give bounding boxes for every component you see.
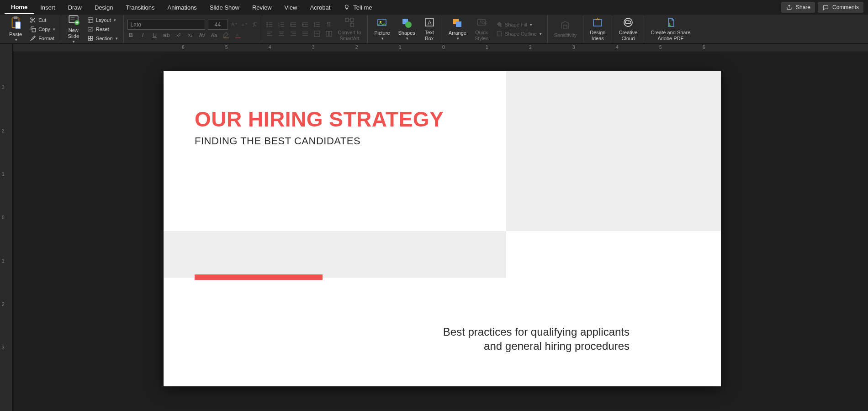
section-button[interactable]: Section ▾	[85, 34, 120, 42]
quick-styles-label: Quick Styles	[475, 30, 488, 41]
picture-button[interactable]: Picture ▾	[371, 16, 392, 42]
tab-view[interactable]: View	[278, 1, 304, 14]
quick-styles-button[interactable]: Abc Quick Styles	[472, 16, 491, 42]
textbox-button[interactable]: A Text Box	[421, 16, 438, 42]
slide-canvas[interactable]: OUR HIRING STRATEGY FINDING THE BEST CAN…	[164, 71, 721, 386]
align-vertical-icon[interactable]	[313, 30, 321, 37]
paste-button[interactable]: Paste ▾	[6, 15, 25, 43]
tab-insert[interactable]: Insert	[34, 1, 62, 14]
reset-button[interactable]: Reset	[85, 25, 120, 33]
bold-icon[interactable]: B	[127, 32, 135, 39]
tab-home[interactable]: Home	[5, 1, 34, 14]
shape-fill-button[interactable]: Shape Fill ▾	[494, 21, 544, 29]
share-button[interactable]: Share	[781, 2, 815, 13]
tell-me-search[interactable]: Tell me	[337, 1, 378, 14]
chevron-down-icon: ▾	[406, 37, 408, 41]
tab-transitions[interactable]: Transitions	[119, 1, 161, 14]
design-ideas-button[interactable]: Design Ideas	[587, 16, 608, 42]
editor-viewport[interactable]: OUR HIRING STRATEGY FINDING THE BEST CAN…	[13, 52, 868, 411]
cut-button[interactable]: Cut	[27, 16, 57, 24]
clear-format-icon[interactable]	[251, 21, 258, 28]
copy-button[interactable]: Copy ▾	[27, 25, 57, 33]
shapes-button[interactable]: Shapes ▾	[396, 16, 418, 42]
ruler-tick: 3	[2, 345, 5, 350]
underline-icon[interactable]: U	[151, 32, 159, 39]
shape-outline-button[interactable]: Shape Outline ▾	[494, 30, 544, 38]
svg-rect-1	[14, 16, 18, 19]
increase-font-icon[interactable]: A	[231, 21, 238, 28]
svg-rect-8	[88, 17, 93, 22]
svg-text:A: A	[236, 32, 239, 37]
shapes-label: Shapes	[398, 30, 415, 36]
tab-draw[interactable]: Draw	[62, 1, 88, 14]
tab-review[interactable]: Review	[246, 1, 278, 14]
horizontal-ruler: 6 5 4 3 2 1 0 1 2 3 4 5 6	[13, 44, 868, 52]
comments-button[interactable]: Comments	[818, 2, 863, 13]
body-line-1: Best practices for qualifying applicants	[443, 326, 630, 338]
bulb-icon	[343, 4, 350, 11]
ribbon: Paste ▾ Cut Copy ▾ Format	[0, 15, 868, 44]
tab-slideshow[interactable]: Slide Show	[203, 1, 246, 14]
justify-icon[interactable]	[302, 30, 309, 37]
sensitivity-label: Sensitivity	[554, 32, 577, 38]
creative-cloud-button[interactable]: Creative Cloud	[616, 16, 640, 42]
tab-acrobat[interactable]: Acrobat	[304, 1, 337, 14]
font-size-select[interactable]	[208, 20, 228, 30]
slide-title[interactable]: OUR HIRING STRATEGY	[195, 107, 444, 132]
group-paragraph: 123 Convert to SmartArt	[262, 16, 368, 42]
strikethrough-icon[interactable]: ab	[163, 32, 170, 39]
adobe-pdf-button[interactable]: Create and Share Adobe PDF	[648, 16, 693, 42]
svg-rect-42	[563, 25, 567, 29]
layout-button[interactable]: Layout ▾	[85, 16, 120, 24]
sensitivity-button[interactable]: Sensitivity	[551, 19, 580, 39]
char-spacing-icon[interactable]: AV	[199, 32, 206, 39]
copy-icon	[29, 26, 37, 33]
change-case-icon[interactable]: Aa	[211, 32, 218, 39]
subscript-icon[interactable]: x₂	[187, 32, 194, 39]
tell-me-label: Tell me	[353, 4, 372, 11]
font-color-icon[interactable]: A	[234, 32, 242, 39]
italic-icon[interactable]: I	[139, 32, 147, 39]
line-spacing-icon[interactable]	[313, 21, 321, 28]
highlight-icon[interactable]	[222, 32, 230, 39]
svg-rect-43	[593, 20, 602, 26]
decrease-indent-icon[interactable]	[290, 21, 297, 28]
svg-text:A: A	[242, 22, 244, 26]
new-slide-button[interactable]: New Slide ▾	[65, 13, 82, 45]
svg-point-4	[31, 21, 32, 22]
ruler-tick: 2	[355, 45, 358, 50]
columns-icon[interactable]	[325, 30, 333, 37]
svg-rect-27	[329, 31, 331, 36]
format-painter-button[interactable]: Format	[27, 34, 57, 42]
align-left-icon[interactable]	[266, 30, 273, 37]
svg-rect-29	[350, 18, 354, 21]
ruler-tick: 6	[703, 45, 705, 50]
text-direction-icon[interactable]	[325, 21, 333, 28]
ruler-tick: 1	[2, 172, 5, 177]
format-label: Format	[38, 36, 54, 41]
ruler-tick: 2	[529, 45, 532, 50]
decrease-font-icon[interactable]: A	[241, 21, 248, 28]
ruler-tick: 0	[442, 45, 445, 50]
decorative-rect-overlay	[506, 231, 721, 278]
tab-design[interactable]: Design	[88, 1, 119, 14]
align-center-icon[interactable]	[278, 30, 285, 37]
superscript-icon[interactable]: x²	[175, 32, 182, 39]
svg-rect-16	[223, 37, 229, 38]
tab-animations[interactable]: Animations	[161, 1, 203, 14]
slide-subtitle[interactable]: FINDING THE BEST CANDIDATES	[195, 135, 360, 147]
svg-point-20	[266, 24, 267, 25]
numbering-icon[interactable]: 123	[278, 21, 285, 28]
bullets-icon[interactable]	[266, 21, 273, 28]
convert-smartart-button[interactable]: Convert to SmartArt	[335, 16, 364, 42]
increase-indent-icon[interactable]	[302, 21, 309, 28]
section-icon	[87, 35, 94, 42]
shape-fill-label: Shape Fill	[505, 22, 527, 27]
chevron-down-icon: ▾	[381, 37, 384, 41]
menu-tabs: Home Insert Draw Design Transitions Anim…	[0, 0, 868, 15]
slide-body-text[interactable]: Best practices for qualifying applicants…	[282, 325, 630, 353]
align-right-icon[interactable]	[290, 30, 297, 37]
reset-label: Reset	[96, 26, 109, 32]
font-name-select[interactable]	[127, 20, 205, 30]
arrange-button[interactable]: Arrange ▾	[446, 16, 469, 42]
